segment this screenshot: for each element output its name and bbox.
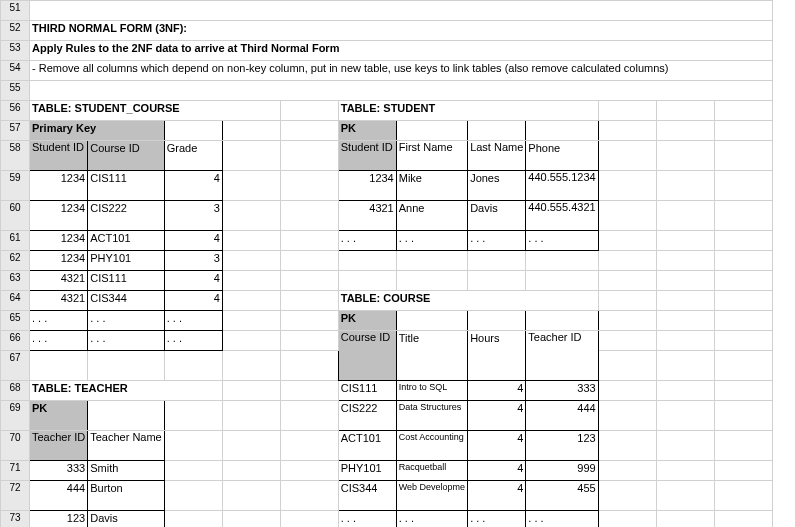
- cell[interactable]: . . .: [526, 511, 598, 528]
- cell[interactable]: 4: [468, 431, 526, 461]
- cell[interactable]: . . .: [338, 231, 396, 251]
- cell[interactable]: 444: [526, 401, 598, 431]
- cell[interactable]: . . .: [468, 511, 526, 528]
- cell[interactable]: [280, 171, 338, 201]
- cell[interactable]: 1234: [30, 201, 88, 231]
- cell[interactable]: [222, 401, 280, 431]
- cell[interactable]: [598, 231, 656, 251]
- cell[interactable]: [164, 401, 222, 431]
- cell[interactable]: [598, 291, 656, 311]
- cell[interactable]: 333: [526, 381, 598, 401]
- cell[interactable]: [714, 141, 772, 171]
- cell[interactable]: [598, 311, 656, 331]
- cell[interactable]: [714, 291, 772, 311]
- cell[interactable]: [280, 231, 338, 251]
- cell[interactable]: [656, 291, 714, 311]
- cell[interactable]: [526, 311, 598, 331]
- cell[interactable]: [222, 231, 280, 251]
- col-hdr[interactable]: Last Name: [468, 141, 526, 171]
- row-header[interactable]: 68: [1, 381, 30, 401]
- row-header[interactable]: 73: [1, 511, 30, 528]
- cell[interactable]: [396, 121, 467, 141]
- cell[interactable]: 4: [164, 171, 222, 201]
- cell[interactable]: [656, 381, 714, 401]
- cell[interactable]: [280, 201, 338, 231]
- cell[interactable]: [222, 171, 280, 201]
- row-header[interactable]: 63: [1, 271, 30, 291]
- row-header[interactable]: 65: [1, 311, 30, 331]
- cell[interactable]: . . .: [88, 311, 165, 331]
- row-header[interactable]: 51: [1, 1, 30, 21]
- cell[interactable]: [280, 381, 338, 401]
- cell[interactable]: [656, 101, 714, 121]
- row-header[interactable]: 56: [1, 101, 30, 121]
- cell[interactable]: 1234: [30, 171, 88, 201]
- title-student[interactable]: TABLE: STUDENT: [338, 101, 598, 121]
- cell[interactable]: [656, 121, 714, 141]
- cell[interactable]: [280, 251, 338, 271]
- cell[interactable]: [656, 511, 714, 528]
- row-header[interactable]: 58: [1, 141, 30, 171]
- cell[interactable]: [598, 171, 656, 201]
- cell[interactable]: [714, 461, 772, 481]
- cell[interactable]: CIS222: [88, 201, 165, 231]
- cell[interactable]: Anne: [396, 201, 467, 231]
- row-header[interactable]: 53: [1, 41, 30, 61]
- cell[interactable]: Cost Accounting: [396, 431, 467, 461]
- cell[interactable]: [396, 271, 467, 291]
- cell[interactable]: . . .: [88, 331, 165, 351]
- cell[interactable]: [526, 121, 598, 141]
- cell[interactable]: [598, 511, 656, 528]
- cell[interactable]: [222, 381, 280, 401]
- row-header[interactable]: 67: [1, 351, 30, 381]
- cell[interactable]: . . .: [30, 311, 88, 331]
- cell[interactable]: 123: [30, 511, 88, 528]
- cell[interactable]: [714, 101, 772, 121]
- cell[interactable]: [30, 351, 88, 381]
- pk-label[interactable]: PK: [338, 311, 396, 331]
- cell[interactable]: [280, 121, 338, 141]
- cell[interactable]: [222, 201, 280, 231]
- cell[interactable]: . . .: [526, 231, 598, 251]
- col-hdr[interactable]: Grade: [164, 141, 222, 171]
- cell[interactable]: [222, 291, 280, 311]
- cell[interactable]: Davis: [468, 201, 526, 231]
- cell[interactable]: 4: [468, 381, 526, 401]
- cell[interactable]: [280, 461, 338, 481]
- cell[interactable]: 4: [164, 291, 222, 311]
- cell[interactable]: [222, 511, 280, 528]
- cell[interactable]: [222, 461, 280, 481]
- cell[interactable]: [526, 251, 598, 271]
- cell[interactable]: [222, 351, 280, 381]
- col-hdr[interactable]: Teacher Name: [88, 431, 165, 461]
- cell[interactable]: [598, 351, 656, 381]
- row-header[interactable]: 64: [1, 291, 30, 311]
- cell[interactable]: [396, 311, 467, 331]
- col-hdr[interactable]: Course ID: [88, 141, 165, 171]
- row-header[interactable]: 69: [1, 401, 30, 431]
- cell[interactable]: [714, 271, 772, 291]
- cell[interactable]: Davis: [88, 511, 165, 528]
- cell[interactable]: [280, 401, 338, 431]
- cell[interactable]: [88, 351, 165, 381]
- cell[interactable]: [656, 271, 714, 291]
- cell[interactable]: 4: [468, 481, 526, 511]
- row-header[interactable]: 72: [1, 481, 30, 511]
- cell[interactable]: [164, 351, 222, 381]
- cell[interactable]: [714, 401, 772, 431]
- cell[interactable]: [714, 231, 772, 251]
- cell[interactable]: [280, 291, 338, 311]
- cell[interactable]: [164, 481, 222, 511]
- row-header[interactable]: 59: [1, 171, 30, 201]
- cell[interactable]: [598, 381, 656, 401]
- cell[interactable]: [714, 331, 772, 351]
- cell[interactable]: Burton: [88, 481, 165, 511]
- cell[interactable]: [656, 351, 714, 381]
- title-student-course[interactable]: TABLE: STUDENT_COURSE: [30, 101, 281, 121]
- cell[interactable]: 1234: [338, 171, 396, 201]
- cell[interactable]: 444: [30, 481, 88, 511]
- pk-label[interactable]: Primary Key: [30, 121, 165, 141]
- cell[interactable]: [280, 331, 338, 351]
- cell[interactable]: [656, 401, 714, 431]
- cell[interactable]: [714, 121, 772, 141]
